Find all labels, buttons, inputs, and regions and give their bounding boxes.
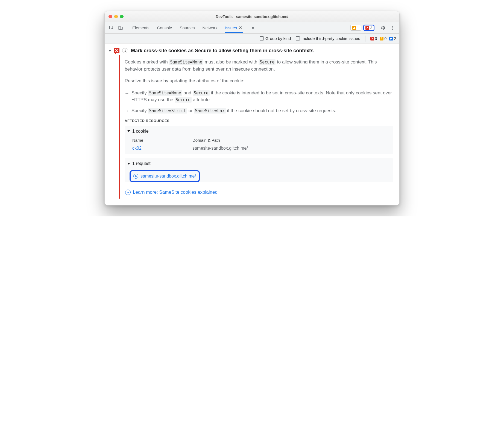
code-samesite-lax: SameSite=Lax	[194, 108, 226, 114]
info-count-badge[interactable]: ! 0	[380, 36, 386, 41]
issues-options-bar: Group by kind Include third-party cookie…	[105, 34, 399, 43]
arrow-icon: →	[125, 90, 129, 103]
expand-icon[interactable]	[109, 50, 111, 52]
code-secure: Secure	[259, 59, 276, 65]
svg-rect-6	[390, 38, 392, 39]
learn-more-text: Learn more: SameSite cookies explained	[133, 189, 218, 196]
request-link[interactable]: samesite-sandbox.glitch.me/	[130, 170, 200, 182]
issue-count-pill: 1	[122, 48, 128, 53]
errors-count: 3	[370, 26, 372, 30]
warnings-count: 1	[357, 26, 359, 30]
cookie-name-link[interactable]: ck02	[132, 145, 176, 152]
device-toolbar-icon[interactable]	[117, 24, 124, 32]
affected-cookies-block: 1 cookie Name Domain & Path ck02 samesit…	[125, 126, 393, 155]
errors-badge[interactable]: ✕ 3	[363, 25, 374, 31]
learn-more-link[interactable]: → Learn more: SameSite cookies explained	[125, 186, 393, 197]
divider	[365, 36, 365, 42]
table-row: ck02 samesite-sandbox.glitch.me/	[132, 145, 390, 152]
svg-rect-2	[121, 27, 122, 30]
tab-sources[interactable]: Sources	[179, 23, 195, 33]
issue-header-row[interactable]: 1 Mark cross-site cookies as Secure to a…	[107, 46, 397, 55]
error-icon: ✕	[370, 37, 374, 40]
tab-list: Elements Console Sources Network Issues …	[132, 22, 349, 33]
col-domain-path: Domain & Path	[192, 137, 220, 144]
third-party-checkbox[interactable]: Include third-party cookie issues	[296, 36, 360, 41]
message-count-badge[interactable]: 2	[389, 36, 396, 41]
settings-icon[interactable]	[379, 24, 387, 32]
inspect-element-icon[interactable]	[107, 24, 115, 32]
issue-resolve-intro: Resolve this issue by updating the attri…	[125, 77, 393, 85]
network-icon	[133, 174, 138, 179]
affected-resources-heading: AFFECTED RESOURCES	[125, 118, 393, 124]
tab-issues-label: Issues	[225, 25, 237, 30]
issue-body: Cookies marked with SameSite=None must a…	[119, 55, 397, 199]
chevron-down-icon	[127, 130, 130, 132]
cookie-domain: samesite-sandbox.glitch.me/	[192, 145, 248, 152]
request-url: samesite-sandbox.glitch.me/	[140, 173, 196, 179]
issue-counts: ✕ 3 ! 0 2	[370, 36, 396, 41]
requests-count-label: 1 request	[132, 160, 151, 167]
arrow-icon: →	[125, 108, 129, 115]
warnings-badge[interactable]: 1	[350, 25, 361, 31]
tabbar-status: 1 ✕ 3	[350, 24, 397, 32]
window-title: DevTools - samesite-sandbox.glitch.me/	[105, 14, 399, 19]
message-icon	[389, 37, 393, 40]
svg-point-3	[392, 26, 393, 27]
code-samesite-none: SameSite=None	[169, 59, 203, 65]
issues-panel: 1 Mark cross-site cookies as Secure to a…	[105, 43, 399, 205]
issue-title: Mark cross-site cookies as Secure to all…	[131, 48, 313, 54]
checkbox-icon	[296, 36, 300, 40]
divider	[126, 25, 126, 31]
tab-console[interactable]: Console	[157, 23, 173, 33]
tab-issues[interactable]: Issues ✕	[225, 22, 243, 33]
checkbox-icon	[260, 36, 264, 40]
issue-bullet: → Specify SameSite=Strict or SameSite=La…	[125, 107, 393, 115]
group-by-kind-checkbox[interactable]: Group by kind	[260, 36, 291, 41]
svg-point-4	[392, 27, 393, 28]
svg-point-5	[392, 29, 393, 30]
cookies-table: Name Domain & Path ck02 samesite-sandbox…	[125, 137, 393, 155]
devtools-tabbar: Elements Console Sources Network Issues …	[105, 22, 399, 34]
affected-requests-block: 1 request samesite-sandbox.glitch.me/	[125, 158, 393, 182]
chevron-down-icon	[127, 163, 130, 165]
cookies-count-label: 1 cookie	[132, 128, 149, 135]
more-tabs-icon[interactable]: »	[249, 24, 257, 32]
error-count-badge[interactable]: ✕ 3	[370, 36, 377, 41]
requests-toggle[interactable]: 1 request	[125, 158, 393, 169]
table-header: Name Domain & Path	[132, 137, 390, 144]
more-options-icon[interactable]	[389, 24, 397, 32]
third-party-label: Include third-party cookie issues	[301, 36, 360, 41]
col-name: Name	[132, 137, 176, 144]
window-titlebar: DevTools - samesite-sandbox.glitch.me/	[105, 11, 399, 22]
error-bubble-icon	[114, 48, 119, 53]
warning-icon	[352, 26, 356, 30]
external-link-icon: →	[125, 190, 131, 195]
tab-network[interactable]: Network	[202, 23, 218, 33]
cookies-toggle[interactable]: 1 cookie	[125, 126, 393, 137]
devtools-window: DevTools - samesite-sandbox.glitch.me/ E…	[104, 11, 400, 205]
code-samesite-strict: SameSite=Strict	[148, 108, 187, 114]
issue-description: Cookies marked with SameSite=None must a…	[125, 59, 393, 72]
divider	[377, 25, 377, 31]
error-icon: ✕	[365, 26, 369, 30]
group-by-kind-label: Group by kind	[265, 36, 291, 41]
issue-bullet: → Specify SameSite=None and Secure if th…	[125, 89, 393, 103]
info-icon: !	[380, 37, 383, 40]
tab-elements[interactable]: Elements	[132, 23, 150, 33]
close-tab-icon[interactable]: ✕	[239, 25, 242, 30]
